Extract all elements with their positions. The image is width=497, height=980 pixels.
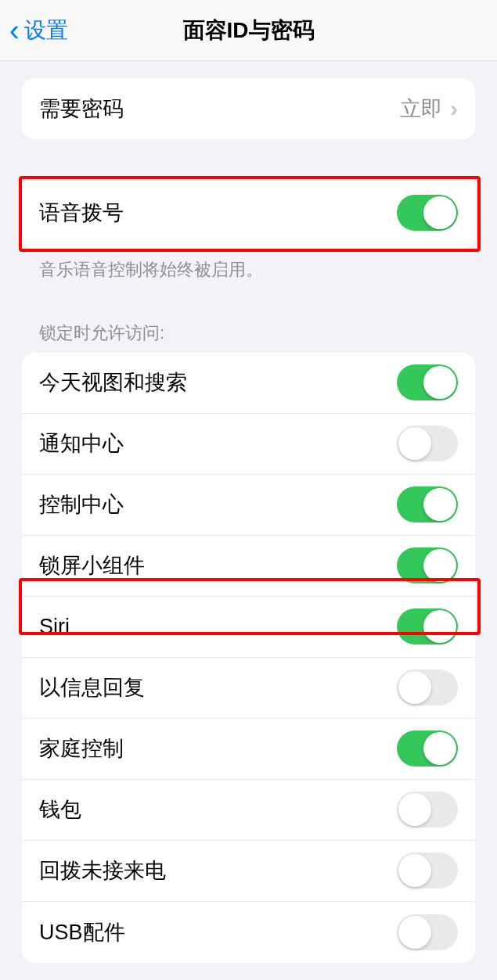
- lock-access-row: 通知中心: [22, 414, 475, 475]
- lock-access-row: 控制中心: [22, 475, 475, 536]
- lock-access-label: 锁屏小组件: [39, 551, 145, 580]
- lock-access-row: 钱包: [22, 780, 475, 841]
- toggle-knob: [398, 671, 431, 704]
- lock-access-toggle[interactable]: [397, 486, 458, 522]
- lock-access-row: 今天视图和搜索: [22, 353, 475, 414]
- lock-access-row: 家庭控制: [22, 719, 475, 780]
- lock-access-toggle[interactable]: [397, 792, 458, 827]
- voice-dial-row: 语音拨号: [22, 177, 475, 249]
- lock-access-footer: iPhone锁定超过一小时后，需先解锁iPhone才能允许USB配件连接。: [22, 969, 475, 980]
- lock-access-row: Siri: [22, 597, 475, 658]
- require-passcode-label: 需要密码: [39, 95, 124, 123]
- page-title: 面容ID与密码: [183, 16, 315, 45]
- back-button[interactable]: ‹ 设置: [0, 16, 68, 45]
- lock-access-label: 以信息回复: [39, 673, 145, 702]
- require-passcode-row[interactable]: 需要密码 立即 ›: [22, 78, 475, 139]
- toggle-knob: [398, 916, 431, 949]
- navigation-header: ‹ 设置 面容ID与密码: [0, 0, 497, 61]
- lock-access-label: 回拨未接来电: [39, 856, 166, 885]
- lock-access-label: 家庭控制: [39, 734, 124, 763]
- lock-access-header: 锁定时允许访问:: [22, 300, 475, 353]
- require-passcode-value: 立即 ›: [400, 95, 458, 123]
- voice-dial-footer: 音乐语音控制将始终被启用。: [22, 249, 475, 300]
- toggle-knob: [423, 610, 456, 643]
- lock-access-label: 控制中心: [39, 490, 124, 519]
- lock-access-row: 以信息回复: [22, 658, 475, 719]
- lock-access-toggle[interactable]: [397, 364, 458, 400]
- lock-access-label: 钱包: [39, 795, 81, 824]
- lock-access-toggle[interactable]: [397, 853, 458, 888]
- lock-access-toggle[interactable]: [397, 547, 458, 583]
- lock-access-toggle[interactable]: [397, 425, 458, 461]
- chevron-right-icon: ›: [450, 95, 458, 122]
- lock-access-toggle[interactable]: [397, 669, 458, 705]
- toggle-knob: [423, 488, 456, 521]
- voice-dial-label: 语音拨号: [39, 199, 124, 227]
- lock-access-label: USB配件: [39, 918, 125, 946]
- back-label: 设置: [24, 16, 68, 45]
- toggle-knob: [423, 732, 456, 765]
- lock-access-toggle[interactable]: [397, 731, 458, 766]
- lock-access-label: 今天视图和搜索: [39, 368, 187, 397]
- toggle-knob: [423, 549, 456, 582]
- chevron-left-icon: ‹: [9, 16, 20, 45]
- lock-access-row: 回拨未接来电: [22, 841, 475, 902]
- lock-access-label: Siri: [39, 615, 70, 639]
- toggle-knob: [423, 366, 456, 399]
- lock-access-group: 今天视图和搜索通知中心控制中心锁屏小组件Siri以信息回复家庭控制钱包回拨未接来…: [22, 353, 475, 963]
- toggle-knob: [398, 854, 431, 887]
- lock-access-label: 通知中心: [39, 429, 124, 458]
- toggle-knob: [423, 196, 456, 229]
- voice-dial-group: 语音拨号: [22, 177, 475, 249]
- lock-access-row: 锁屏小组件: [22, 536, 475, 597]
- passcode-group: 需要密码 立即 ›: [22, 78, 475, 139]
- toggle-knob: [398, 427, 431, 460]
- lock-access-toggle[interactable]: [397, 608, 458, 644]
- lock-access-row: USB配件: [22, 902, 475, 963]
- voice-dial-toggle[interactable]: [397, 195, 458, 231]
- lock-access-toggle[interactable]: [397, 914, 458, 950]
- toggle-knob: [398, 793, 431, 826]
